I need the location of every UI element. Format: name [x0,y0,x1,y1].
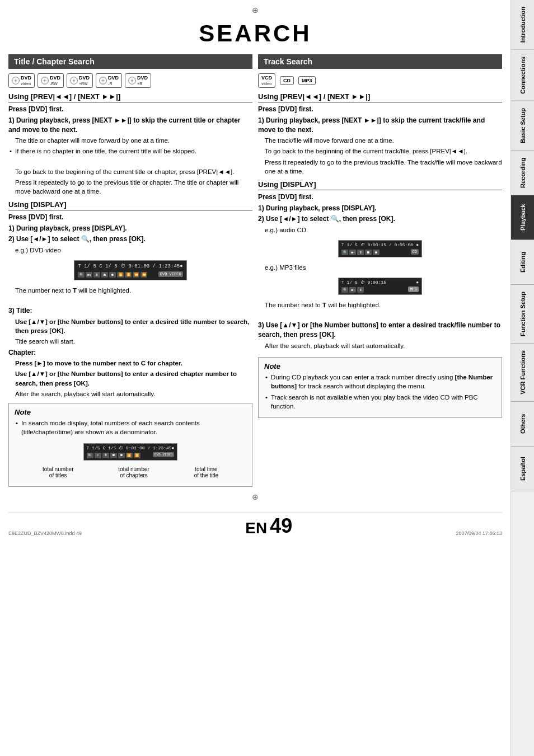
left-press-dvd-2: Press [DVD] first. [8,213,252,222]
right-note-title: Note [264,362,496,370]
right-step1: 1) During playback, press [NEXT ►►|] to … [258,116,502,135]
right-note-bullet2: Track search is not available when you p… [271,393,496,411]
right-eg-cd: e.g.) audio CD [265,226,502,234]
right-step1-sub3: Press it repeatedly to go to the previou… [265,158,502,176]
sidebar-tab-introduction[interactable]: Introduction [511,0,534,50]
right-step1-sub1: The track/file will move forward one at … [265,136,502,145]
dvd-video-badge: DVD VIDEO [158,271,183,277]
cd-icon: CD [280,76,294,85]
dvd-r-icon: DVD-R [96,73,122,88]
left-media-icons: DVDvideo DVD-RW DVD+RW DVD-R [8,73,252,88]
left-highlight-note: The number next to T will be highlighted… [15,286,252,295]
left-step3-sub1: Use [▲/▼] or [the Number buttons] to ent… [15,317,252,335]
right-sidebar: Introduction Connections Basic Setup Rec… [510,0,534,756]
diagram-labels: total numberof titles total numberof cha… [15,466,246,478]
left-chapter-label: Chapter: [8,348,252,358]
right-step1-sub2: To go back to the beginning of the curre… [265,147,502,156]
left-note-title: Note [15,408,246,416]
left-step3-sub2: Title search will start. [15,337,252,346]
left-step1-sub3: Press it repeatedly to go to the previou… [15,178,252,196]
left-dvd-screen: T 1/ 5 C 1/ 5 ⏱ 0:01:00 / 1:23:45 ● 🔍 ⏭ … [74,260,186,280]
total-titles-label: total numberof titles [43,466,74,478]
left-screen-diagram: T 1/ 5 C 1/ 5 ⏱ 0:01:00 / 1:23:45 ● 🔍 ⏭ … [8,258,252,283]
left-step3-title: 3) Title: [8,306,252,316]
sidebar-tab-function-setup[interactable]: Function Setup [511,285,534,344]
total-chapters-label: total numberof chapters [118,466,149,478]
right-press-dvd-2: Press [DVD] first. [258,192,502,202]
left-step1-bullet1: If there is no chapter in one title, the… [15,147,252,156]
left-note-diagram: T 1/5 C 1/5 ⏱ 0:01:00 / 1:23:45 ● 🔍 2 ⏸ … [15,441,246,478]
dvd-plus-r-icon: DVD+R [125,73,151,88]
right-cd-screen: T 1/ 5 ⏱ 0:00:15 / 0:05:00 ● 🔍 ⏭ ⏸ ⏹ ⏺ [338,240,422,257]
left-prev-next-heading: Using [PREV|◄◄] / [NEXT ►►|] [8,92,252,102]
right-display-heading: Using [DISPLAY] [258,180,502,190]
left-display-step2: 2) Use [◄/►] to select 🔍, then press [OK… [8,234,252,244]
left-note-box: Note In search mode display, total numbe… [8,403,252,487]
cd-badge: CD [411,249,419,255]
right-step3-sub: After the search, playback will start au… [265,341,502,350]
sidebar-tab-espanol[interactable]: Español [511,447,534,491]
reg-mark-bottom: ⊕ [8,492,502,501]
dvd-rw-icon: DVD-RW [38,73,64,88]
dvd-plus-rw-icon: DVD+RW [67,73,93,88]
right-eg-mp3: e.g.) MP3 files [265,263,502,272]
left-chapter-sub1: Press [►] to move to the number next to … [15,359,252,368]
sidebar-tab-vcr-functions[interactable]: VCR Functions [511,344,534,402]
reg-mark-top: ⊕ [8,6,502,15]
page-title: SEARCH [8,20,502,47]
mp3-icon: MP3 [298,76,316,85]
right-display-step2: 2) Use [◄/►] to select 🔍, then press [OK… [258,214,502,224]
page-number: 49 [270,516,292,536]
right-step3: 3) Use [▲/▼] or [the Number buttons] to … [258,321,502,340]
mp3-badge: MP3 [408,287,419,292]
left-note-bullet1: In search mode display, total numbers of… [21,419,246,436]
page-header: SEARCH [8,15,502,50]
right-note-box: Note During CD playback you can enter a … [258,357,502,417]
dvd-video-icon: DVDvideo [8,73,35,88]
right-note-bullet1: During CD playback you can enter a track… [271,373,496,391]
left-note-dvd-badge: DVD VIDEO [153,452,174,457]
left-section: Title / Chapter Search DVDvideo DVD-RW D… [8,54,252,487]
sidebar-tab-recording[interactable]: Recording [511,151,534,195]
left-screen-icons: 🔍 ⏭ ⏸ ⏹ ⏺ ⏫ ⏬ ⏪ ⏩ [78,272,147,278]
left-step1-sub1: The title or chapter will move forward b… [15,136,252,145]
left-display-eg: e.g.) DVD-video [15,246,252,255]
right-highlight-note: The number next to T will be highlighted… [265,300,502,309]
right-section-header: Track Search [258,54,502,69]
page-footer: E9E2ZUD_BZV420MW8.indd 49 EN 49 2007/09/… [8,513,502,539]
right-display-step1: 1) During playback, press [DISPLAY]. [258,204,502,213]
vcd-icon: VCDvideo [258,73,275,88]
right-prev-next-heading: Using [PREV|◄◄] / [NEXT ►►|] [258,92,502,102]
right-mp3-screen: T 1/ 5 ⏱ 0:00:15 ● 🔍 ⏭ ⏸ MP3 [338,278,422,295]
footer-date-time: 2007/09/04 17:06:13 [456,530,502,536]
right-cd-screen-area: T 1/ 5 ⏱ 0:00:15 / 0:05:00 ● 🔍 ⏭ ⏸ ⏹ ⏺ [258,238,502,260]
sidebar-tab-playback[interactable]: Playback [511,195,534,240]
right-mp3-screen-area: T 1/ 5 ⏱ 0:00:15 ● 🔍 ⏭ ⏸ MP3 [258,275,502,297]
left-chapter-sub2: Use [▲/▼] or [the Number buttons] to ent… [15,369,252,387]
right-media-icons: VCDvideo CD MP3 [258,73,502,88]
left-press-dvd-1: Press [DVD] first. [8,105,252,114]
total-time-label: total timeof the title [194,466,218,478]
left-display-heading: Using [DISPLAY] [8,200,252,210]
right-press-dvd-1: Press [DVD] first. [258,105,502,114]
en-label: EN [245,520,267,536]
right-section: Track Search VCDvideo CD MP3 [258,54,502,487]
page-number-block: EN 49 [245,516,292,536]
sidebar-tab-connections[interactable]: Connections [511,50,534,101]
left-section-header: Title / Chapter Search [8,54,252,69]
left-step1-sub2: To go back to the beginning of the curre… [15,167,252,176]
left-step1: 1) During playback, press [NEXT ►►|] to … [8,116,252,135]
left-note-screen: T 1/5 C 1/5 ⏱ 0:01:00 / 1:23:45 ● 🔍 2 ⏸ … [83,443,178,461]
footer-file-info: E9E2ZUD_BZV420MW8.indd 49 [8,530,82,536]
sidebar-tab-others[interactable]: Others [511,402,534,447]
sidebar-tab-basic-setup[interactable]: Basic Setup [511,101,534,151]
left-chapter-sub3: After the search, playback will start au… [15,389,252,398]
sidebar-tab-editing[interactable]: Editing [511,240,534,285]
left-display-step1: 1) During playback, press [DISPLAY]. [8,224,252,233]
